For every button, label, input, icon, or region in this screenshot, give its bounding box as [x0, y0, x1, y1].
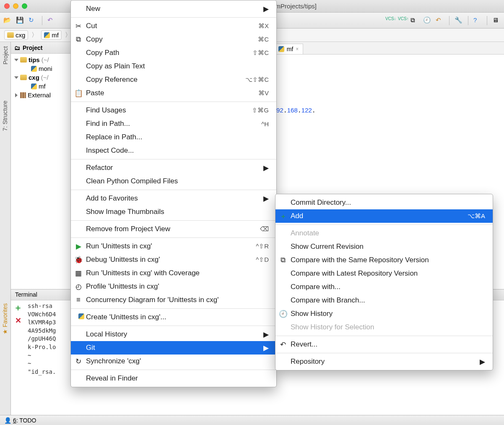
menu-item[interactable]: ↶Revert...	[275, 338, 493, 351]
submenu-arrow-icon: ▶	[480, 357, 485, 366]
menu-item-label: Run 'Unittests in cxg'	[86, 242, 152, 250]
menu-icon: ▦	[74, 269, 83, 278]
breadcrumb-seg-1[interactable]: cxg	[4, 30, 28, 40]
menu-item-label: Add	[291, 212, 303, 220]
todo-indicator[interactable]: 👤 6: TODO	[4, 417, 36, 424]
close-window-button[interactable]	[4, 3, 10, 9]
menu-item-label: Replace in Path...	[86, 133, 142, 141]
menu-item-label: Show Current Revision	[291, 242, 364, 251]
menu-item[interactable]: Find in Path...^H	[71, 117, 276, 130]
menu-item-label: Compare with Latest Repository Version	[291, 269, 418, 278]
app-window: mf - tips - [~/PycharmProjects/tips] 📂 💾…	[0, 0, 504, 425]
menu-item[interactable]: Find Usages⇧⌘G	[71, 104, 276, 117]
menu-item-label: Clean Python Compiled Files	[86, 177, 178, 185]
menu-item[interactable]: Local History▶	[71, 328, 276, 341]
menu-item[interactable]: Create 'Unittests in cxg'...	[71, 310, 276, 324]
menu-icon: ◴	[74, 282, 83, 291]
help-icon[interactable]: ?	[473, 16, 482, 25]
menu-item[interactable]: Compare with...	[275, 280, 493, 294]
menu-item-label: Inspect Code...	[86, 146, 134, 155]
menu-item[interactable]: 📋Paste⌘V	[71, 86, 276, 100]
sync-icon[interactable]: ↻	[29, 16, 37, 25]
vcs-down-icon[interactable]: VCS↑	[398, 16, 406, 25]
shortcut-label: ^⇧D	[256, 256, 269, 263]
terminal-add-button[interactable]: ＋	[14, 302, 22, 313]
menu-item[interactable]: New▶	[71, 2, 276, 16]
menu-icon: 🕘	[279, 310, 287, 318]
submenu-arrow-icon: ▶	[263, 164, 269, 172]
menu-item[interactable]: Remove from Project View⌫	[71, 222, 276, 236]
menu-item[interactable]: ⧉Compare with the Same Repository Versio…	[275, 253, 493, 267]
device-icon[interactable]: 🖥	[492, 16, 501, 25]
menu-item[interactable]: ↻Synchronize 'cxg'	[71, 355, 276, 368]
menu-item-label: Find in Path...	[86, 120, 130, 128]
menu-item[interactable]: ▦Run 'Unittests in cxg' with Coverage	[71, 266, 276, 280]
shortcut-label: ^H	[261, 120, 269, 128]
breadcrumb-seg-2[interactable]: mf	[41, 30, 62, 40]
menu-item[interactable]: Inspect Code...	[71, 144, 276, 157]
menu-item[interactable]: Copy Reference⌥⇧⌘C	[71, 73, 276, 86]
minimize-window-button[interactable]	[13, 3, 18, 9]
sidebar-tab-project[interactable]: Project	[0, 44, 10, 67]
menu-icon: ↶	[279, 340, 287, 349]
menu-item[interactable]: Git▶	[71, 341, 276, 355]
menu-item[interactable]: Replace in Path...	[71, 130, 276, 144]
disclosure-icon[interactable]	[15, 93, 18, 97]
menu-item[interactable]: Copy as Plain Text	[71, 60, 276, 73]
history-icon[interactable]: 🕘	[423, 16, 431, 25]
menu-item[interactable]: Repository▶	[275, 355, 493, 368]
menu-item[interactable]: Commit Directory...	[275, 196, 493, 209]
undo-icon[interactable]: ↶	[47, 16, 56, 25]
menu-item-label: Concurrency Diagram for 'Unittests in cx…	[86, 296, 218, 304]
python-icon	[31, 66, 37, 72]
open-icon[interactable]: 📂	[3, 16, 12, 25]
terminal-close-button[interactable]: ✕	[15, 316, 21, 325]
menu-item-label: Refactor	[86, 164, 113, 172]
revert-icon[interactable]: ↶	[436, 16, 444, 25]
menu-item[interactable]: ▶Run 'Unittests in cxg'^⇧R	[71, 240, 276, 253]
menu-item[interactable]: Refactor▶	[71, 161, 276, 175]
menu-item[interactable]: ≡Concurrency Diagram for 'Unittests in c…	[71, 293, 276, 307]
settings-icon[interactable]: 🔧	[455, 16, 463, 25]
vcs-up-icon[interactable]: VCS↓	[385, 16, 394, 25]
folder-icon	[20, 57, 27, 63]
menu-item[interactable]: Compare with Branch...	[275, 294, 493, 307]
shortcut-label: ^⇧R	[256, 242, 269, 250]
menu-item[interactable]: ✂Cut⌘X	[71, 19, 276, 33]
sidebar-tab-structure[interactable]: 7: Structure	[0, 98, 10, 133]
left-gutter: Project 7: Structure ★ Favorites	[0, 42, 11, 415]
shortcut-label: ⌥⌘A	[468, 212, 485, 220]
maximize-window-button[interactable]	[22, 3, 27, 9]
menu-item[interactable]: 🐞Debug 'Unittests in cxg'^⇧D	[71, 253, 276, 266]
submenu-arrow-icon: ▶	[263, 194, 269, 203]
python-icon	[278, 46, 284, 52]
shortcut-label: ⌘X	[258, 22, 269, 30]
menu-item[interactable]: Clean Python Compiled Files	[71, 175, 276, 188]
menu-item[interactable]: 🕘Show History	[275, 307, 493, 321]
menu-icon: ⧉	[279, 256, 287, 264]
disclosure-icon[interactable]	[14, 59, 18, 61]
menu-item[interactable]: Compare with Latest Repository Version	[275, 267, 493, 280]
disclosure-icon[interactable]	[14, 76, 18, 79]
menu-item[interactable]: ◴Profile 'Unittests in cxg'	[71, 280, 276, 293]
menu-icon: 🐞	[74, 256, 83, 264]
menu-icon: ✂	[74, 22, 83, 31]
menu-item-label: Revert...	[291, 340, 317, 349]
python-icon	[31, 83, 37, 89]
editor-tab[interactable]: mf ×	[274, 44, 304, 54]
menu-item[interactable]: Show Image Thumbnails	[71, 205, 276, 219]
shortcut-label: ⇧⌘G	[252, 107, 269, 114]
menu-item-label: Reveal in Finder	[86, 374, 138, 383]
shortcut-label: ⌘V	[258, 89, 269, 97]
shortcut-label: ⇧⌘C	[252, 49, 269, 57]
menu-item[interactable]: Copy Path⇧⌘C	[71, 46, 276, 60]
menu-item[interactable]: Reveal in Finder	[71, 372, 276, 385]
sidebar-tab-favorites[interactable]: ★ Favorites	[0, 301, 10, 337]
menu-item[interactable]: Add to Favorites▶	[71, 192, 276, 205]
menu-item[interactable]: Show Current Revision	[275, 240, 493, 253]
menu-item[interactable]: ⧉Copy⌘C	[71, 33, 276, 46]
close-tab-button[interactable]: ×	[296, 46, 299, 52]
save-icon[interactable]: 💾	[16, 16, 24, 25]
box-icon[interactable]: ⧉	[410, 16, 419, 25]
menu-item[interactable]: ＋Add⌥⌘A	[275, 209, 493, 223]
